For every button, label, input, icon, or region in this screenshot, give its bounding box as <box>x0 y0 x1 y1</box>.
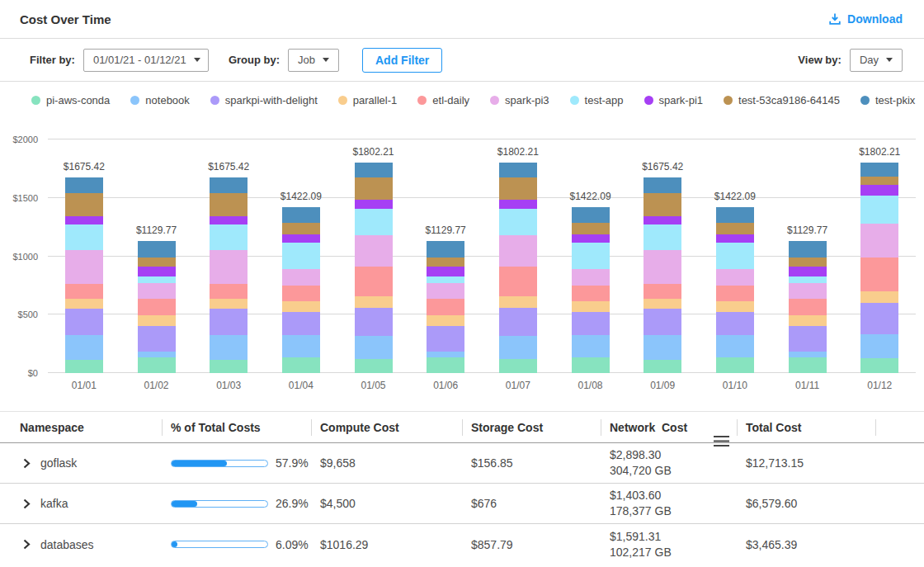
bar-segment-test-app[interactable] <box>789 276 827 283</box>
bar-segment-spark-pi1[interactable] <box>789 267 827 277</box>
bar-segment-etl-daily[interactable] <box>355 267 393 296</box>
bar-stack-01/03[interactable] <box>210 177 248 373</box>
bar-segment-etl-daily[interactable] <box>499 267 537 296</box>
bar-segment-test-app[interactable] <box>572 243 610 270</box>
bar-segment-pi-aws-conda[interactable] <box>789 357 827 373</box>
bar-segment-pi-aws-conda[interactable] <box>499 359 537 373</box>
legend-item-notebook[interactable]: notebook <box>130 94 190 106</box>
bar-segment-spark-pi1[interactable] <box>138 267 176 277</box>
bar-segment-test-53ca9186-64145[interactable] <box>355 177 393 200</box>
view-by-select[interactable]: Day <box>850 49 903 72</box>
bar-segment-sparkpi-with-delight[interactable] <box>860 303 898 334</box>
bar-segment-sparkpi-with-delight[interactable] <box>789 326 827 351</box>
bar-stack-01/10[interactable] <box>716 207 754 373</box>
bar-stack-01/07[interactable] <box>499 163 537 373</box>
bar-segment-test-app[interactable] <box>282 243 320 270</box>
bar-segment-test-pkix[interactable] <box>65 177 103 193</box>
bar-segment-pi-aws-conda[interactable] <box>644 360 681 373</box>
bar-stack-01/02[interactable] <box>138 241 176 373</box>
bar-segment-notebook[interactable] <box>644 335 681 360</box>
bar-segment-spark-pi3[interactable] <box>282 269 320 286</box>
bar-stack-01/05[interactable] <box>355 163 393 373</box>
bar-segment-test-53ca9186-64145[interactable] <box>499 177 537 200</box>
bar-segment-sparkpi-with-delight[interactable] <box>210 309 248 334</box>
bar-segment-notebook[interactable] <box>282 335 320 358</box>
bar-segment-etl-daily[interactable] <box>789 299 827 315</box>
bar-segment-spark-pi3[interactable] <box>355 235 393 267</box>
bar-segment-spark-pi1[interactable] <box>644 216 681 224</box>
bar-segment-spark-pi1[interactable] <box>427 267 464 277</box>
bar-segment-test-app[interactable] <box>427 276 464 283</box>
bar-segment-test-pkix[interactable] <box>572 207 610 224</box>
date-range-select[interactable]: 01/01/21 - 01/12/21 <box>83 49 209 72</box>
bar-segment-spark-pi1[interactable] <box>499 200 537 209</box>
bar-segment-test-app[interactable] <box>499 209 537 235</box>
bar-segment-test-pkix[interactable] <box>860 163 898 177</box>
bar-segment-test-53ca9186-64145[interactable] <box>138 258 176 267</box>
bar-segment-parallel-1[interactable] <box>65 299 103 309</box>
bar-segment-notebook[interactable] <box>499 336 537 358</box>
bar-segment-test-pkix[interactable] <box>499 163 537 177</box>
bar-segment-etl-daily[interactable] <box>860 258 898 292</box>
bar-stack-01/04[interactable] <box>282 207 320 373</box>
bar-segment-notebook[interactable] <box>860 334 898 357</box>
bar-segment-etl-daily[interactable] <box>210 284 248 299</box>
expand-chevron-icon[interactable] <box>22 538 31 550</box>
bar-segment-pi-aws-conda[interactable] <box>210 360 248 373</box>
bar-segment-pi-aws-conda[interactable] <box>860 358 898 373</box>
bar-segment-pi-aws-conda[interactable] <box>65 360 103 373</box>
bar-segment-etl-daily[interactable] <box>282 286 320 301</box>
legend-item-pi-aws-conda[interactable]: pi-aws-conda <box>31 94 110 106</box>
bar-segment-pi-aws-conda[interactable] <box>138 357 176 373</box>
bar-segment-test-53ca9186-64145[interactable] <box>716 223 754 234</box>
bar-segment-pi-aws-conda[interactable] <box>716 357 754 373</box>
bar-segment-spark-pi1[interactable] <box>860 185 898 196</box>
bar-stack-01/11[interactable] <box>789 241 827 373</box>
legend-item-parallel-1[interactable]: parallel-1 <box>338 94 397 106</box>
bar-segment-test-app[interactable] <box>716 243 754 270</box>
bar-segment-sparkpi-with-delight[interactable] <box>716 312 754 335</box>
table-row[interactable]: kafka 26.9% $4,500 $676 $1,403.60 178,37… <box>0 484 924 524</box>
bar-segment-etl-daily[interactable] <box>572 286 610 301</box>
bar-segment-etl-daily[interactable] <box>427 299 464 315</box>
menu-icon[interactable] <box>681 422 730 463</box>
bar-segment-spark-pi3[interactable] <box>860 224 898 258</box>
bar-segment-spark-pi3[interactable] <box>572 269 610 286</box>
bar-segment-spark-pi3[interactable] <box>210 250 248 284</box>
bar-segment-test-app[interactable] <box>355 209 393 235</box>
bar-segment-test-app[interactable] <box>65 224 103 250</box>
legend-item-test-app[interactable]: test-app <box>570 94 624 106</box>
bar-stack-01/08[interactable] <box>572 207 610 373</box>
expand-chevron-icon[interactable] <box>22 498 31 510</box>
bar-segment-sparkpi-with-delight[interactable] <box>572 312 610 335</box>
bar-segment-spark-pi1[interactable] <box>210 216 248 224</box>
bar-segment-spark-pi1[interactable] <box>282 234 320 243</box>
bar-segment-parallel-1[interactable] <box>644 299 681 309</box>
bar-segment-notebook[interactable] <box>789 352 827 357</box>
bar-segment-test-app[interactable] <box>210 224 248 250</box>
legend-item-spark-pi3[interactable]: spark-pi3 <box>490 94 549 106</box>
bar-segment-spark-pi3[interactable] <box>644 250 681 284</box>
bar-segment-notebook[interactable] <box>138 352 176 357</box>
bar-segment-spark-pi3[interactable] <box>716 269 754 286</box>
bar-stack-01/09[interactable] <box>644 177 681 373</box>
bar-segment-test-pkix[interactable] <box>789 241 827 258</box>
bar-segment-notebook[interactable] <box>65 335 103 360</box>
bar-segment-parallel-1[interactable] <box>716 301 754 312</box>
legend-item-test-53ca9186-64145[interactable]: test-53ca9186-64145 <box>724 94 840 106</box>
bar-segment-test-pkix[interactable] <box>210 177 248 193</box>
bar-segment-parallel-1[interactable] <box>789 315 827 327</box>
bar-segment-test-app[interactable] <box>138 276 176 283</box>
bar-segment-sparkpi-with-delight[interactable] <box>282 312 320 335</box>
bar-stack-01/12[interactable] <box>860 163 898 373</box>
bar-segment-test-53ca9186-64145[interactable] <box>210 193 248 216</box>
bar-segment-test-53ca9186-64145[interactable] <box>572 223 610 234</box>
bar-segment-pi-aws-conda[interactable] <box>572 357 610 373</box>
bar-segment-notebook[interactable] <box>716 335 754 358</box>
bar-segment-parallel-1[interactable] <box>282 301 320 312</box>
group-by-select[interactable]: Job <box>288 49 339 72</box>
bar-stack-01/06[interactable] <box>427 241 464 373</box>
download-button[interactable]: Download <box>828 12 903 26</box>
legend-item-test-pkix[interactable]: test-pkix <box>860 94 915 106</box>
bar-segment-sparkpi-with-delight[interactable] <box>644 309 681 334</box>
